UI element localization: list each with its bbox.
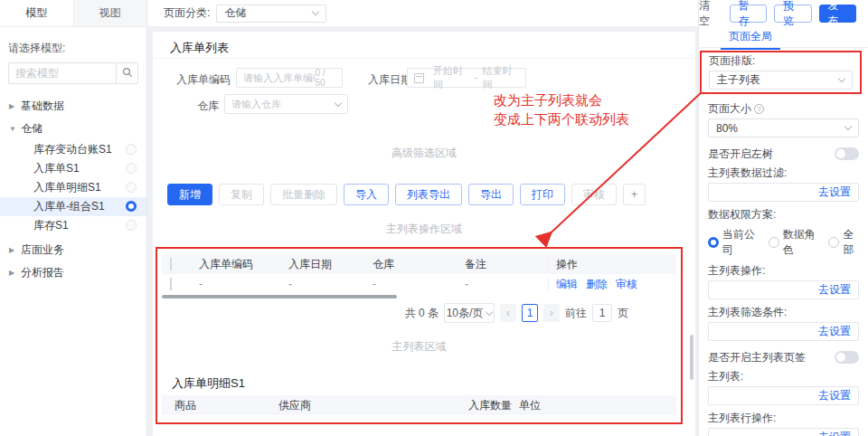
caret-down-icon: ▼ (9, 125, 21, 133)
search-icon (122, 67, 133, 81)
prev-page-button[interactable]: ‹ (500, 304, 516, 322)
help-icon[interactable]: ? (754, 104, 764, 114)
left-tree-toggle[interactable] (835, 147, 859, 160)
chevron-down-icon (844, 123, 852, 130)
column-header: 供应商 (270, 398, 463, 413)
chevron-down-icon (312, 8, 319, 15)
add-action-button[interactable]: + (623, 184, 646, 205)
radio-unchecked-icon[interactable] (126, 220, 137, 231)
tree-group-analysis-report[interactable]: ▶ 分析报告 (0, 261, 146, 284)
tree-group-basic-data[interactable]: ▶ 基础数据 (0, 95, 146, 118)
radio-unchecked-icon[interactable] (126, 144, 137, 155)
cell-value: - (453, 278, 548, 290)
go-setting-link[interactable]: 去设置 (818, 388, 851, 403)
canvas-title-divider (153, 32, 695, 59)
tree-group-warehouse[interactable]: ▼ 仓储 (0, 118, 146, 140)
radio-checked-icon[interactable] (126, 201, 137, 212)
model-search-input[interactable]: 搜索模型 (8, 62, 116, 84)
select-all-checkbox[interactable] (170, 258, 172, 270)
batch-delete-button[interactable]: 批量删除 (270, 184, 337, 205)
tree-item-inbound-detail[interactable]: 入库单明细S1 (0, 178, 146, 197)
column-header: 入库单编码 (189, 257, 277, 272)
column-header: 单位 (519, 398, 676, 413)
radio-current-company[interactable]: 当前公司 (708, 227, 757, 258)
page-size-select[interactable]: 80% (708, 118, 859, 137)
row-action-input[interactable]: 去设置 (708, 428, 859, 436)
pagination: 共 0 条 10条/页 ‹ 1 › 前往 1 页 (405, 303, 628, 323)
radio-checked-icon (708, 237, 719, 248)
page-category-select[interactable]: 仓储 (216, 5, 326, 23)
page-layout-label: 页面排版: (709, 55, 853, 67)
tree-item-stock[interactable]: 库存S1 (0, 216, 146, 235)
data-filter-label: 主列表数据过滤: (708, 167, 859, 179)
tree-item-inbound-combo[interactable]: 入库单-组合S1 (0, 197, 146, 216)
go-setting-link[interactable]: 去设置 (818, 185, 851, 200)
main-tabs-label: 是否开启主列表页签 (708, 352, 806, 364)
search-button[interactable] (116, 62, 138, 84)
tree-item-stock-ledger[interactable]: 库存变动台账S1 (0, 140, 146, 159)
preview-button[interactable]: 预览 (774, 5, 812, 23)
sidebar-tabs: 模型 视图 (0, 0, 146, 27)
page-size-select[interactable]: 10条/页 (444, 303, 495, 323)
date-range-input[interactable]: 开始时间 - 结束时间 (407, 68, 526, 88)
page-layout-select[interactable]: 主子列表 (709, 71, 853, 90)
radio-label: 全部 (843, 227, 859, 258)
clear-button[interactable]: 清空 (699, 0, 719, 29)
go-setting-link[interactable]: 去设置 (818, 324, 851, 339)
go-setting-link[interactable]: 去设置 (818, 282, 851, 298)
audit-link[interactable]: 审核 (616, 277, 637, 292)
table-row[interactable]: - - - - 编辑 删除 审核 (162, 274, 676, 294)
list-action-label: 主列表操作: (708, 265, 859, 277)
radio-unchecked-icon (769, 237, 779, 248)
page-layout-value: 主子列表 (717, 72, 760, 88)
date-end-placeholder: 结束时间 (483, 64, 520, 91)
vertical-scrollbar[interactable] (690, 335, 693, 380)
tree-group-store-business[interactable]: ▶ 店面业务 (0, 239, 146, 261)
print-button[interactable]: 打印 (520, 184, 565, 205)
tree-item-label: 库存S1 (33, 218, 69, 233)
filter-cond-input[interactable]: 去设置 (708, 322, 859, 341)
main-list-table: 入库单编码 入库日期 仓库 备注 操作 - - - - 编辑 删除 审核 (162, 254, 676, 294)
tree-item-inbound-order[interactable]: 入库单S1 (0, 159, 146, 178)
filter-cond-label: 主列表筛选条件: (708, 307, 859, 318)
tree-item-label: 库存变动台账S1 (33, 142, 112, 157)
tab-model[interactable]: 模型 (0, 0, 73, 26)
list-action-input[interactable]: 去设置 (708, 280, 859, 299)
main-tabs-toggle[interactable] (835, 351, 859, 364)
import-button[interactable]: 导入 (344, 184, 389, 205)
tab-view[interactable]: 视图 (73, 0, 147, 26)
detail-list-title: 入库单明细S1 (172, 375, 245, 392)
add-button[interactable]: 新增 (167, 184, 212, 205)
tab-page-global[interactable]: 页面全局 (729, 29, 772, 44)
export-button[interactable]: 导出 (468, 184, 514, 205)
date-separator: - (475, 71, 478, 84)
current-page-button[interactable]: 1 (522, 304, 538, 322)
edit-link[interactable]: 编辑 (556, 277, 578, 292)
go-setting-link[interactable]: 去设置 (818, 430, 851, 436)
annotation-line: 变成上下两个联动列表 (494, 109, 629, 128)
audit-button[interactable]: 审核 (571, 184, 617, 205)
publish-button[interactable]: 发布 (819, 5, 857, 23)
next-page-button[interactable]: › (543, 304, 560, 322)
warehouse-select[interactable]: 请输入仓库 (224, 94, 348, 114)
radio-data-role[interactable]: 数据角色 (769, 227, 817, 258)
code-input[interactable]: 请输入入库单编码 0 / 50 (236, 68, 343, 88)
save-draft-button[interactable]: 暂存 (730, 5, 768, 23)
page-size-value: 80% (716, 122, 738, 135)
main-list-input[interactable]: 去设置 (708, 386, 859, 405)
panel-body: 页面大小? 80% 是否开启左树 主列表数据过滤: 去设置 数据权限方案: 当前… (708, 96, 859, 436)
radio-unchecked-icon[interactable] (126, 182, 137, 193)
model-tree: ▶ 基础数据 ▼ 仓储 库存变动台账S1 入库单S1 入库单明细S1 入库单-组… (0, 95, 146, 284)
data-filter-input[interactable]: 去设置 (708, 183, 859, 202)
radio-unchecked-icon[interactable] (126, 163, 137, 174)
tree-item-label: 入库单明细S1 (33, 180, 101, 195)
horizontal-scrollbar[interactable] (162, 295, 397, 299)
copy-button[interactable]: 复制 (219, 184, 264, 205)
list-export-button[interactable]: 列表导出 (395, 184, 462, 205)
delete-link[interactable]: 删除 (586, 277, 608, 292)
goto-page-input[interactable]: 1 (592, 304, 612, 322)
settings-panel: 清空 暂存 预览 发布 页面全局 页面排版: 主子列表 页面大小? 80% 是否… (698, 0, 868, 436)
radio-all[interactable]: 全部 (828, 227, 859, 258)
row-checkbox[interactable] (170, 278, 172, 290)
date-start-placeholder: 开始时间 (433, 64, 470, 91)
